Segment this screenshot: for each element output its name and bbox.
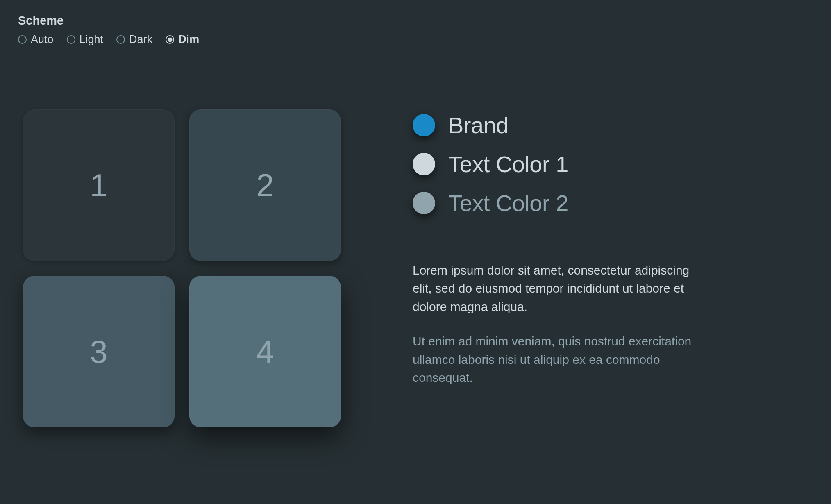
radio-icon [18, 35, 27, 44]
content-area: 1 2 3 4 Brand Text Color 1 Text Color 2 … [18, 109, 813, 427]
swatch-brand: Brand [413, 112, 813, 138]
scheme-radio-group: Auto Light Dark Dim [18, 33, 813, 46]
swatch-text-color-1: Text Color 1 [413, 151, 813, 177]
radio-label: Light [79, 33, 104, 46]
swatch-text-color-2: Text Color 2 [413, 190, 813, 216]
swatch-dot-icon [413, 153, 435, 175]
paragraph-1: Lorem ipsum dolor sit amet, consectetur … [413, 261, 708, 316]
scheme-radio-dim[interactable]: Dim [166, 33, 199, 46]
right-column: Brand Text Color 1 Text Color 2 Lorem ip… [413, 109, 813, 387]
elevation-card-2: 2 [189, 109, 341, 261]
radio-icon [116, 35, 125, 44]
elevation-card-4: 4 [189, 276, 341, 427]
paragraph-2: Ut enim ad minim veniam, quis nostrud ex… [413, 332, 708, 387]
scheme-radio-light[interactable]: Light [67, 33, 104, 46]
radio-icon [67, 35, 75, 44]
radio-label: Dark [129, 33, 152, 46]
radio-icon [166, 35, 174, 44]
swatch-label: Text Color 2 [448, 190, 568, 216]
elevation-grid: 1 2 3 4 [23, 109, 341, 427]
scheme-radio-dark[interactable]: Dark [116, 33, 152, 46]
swatch-label: Text Color 1 [448, 151, 568, 177]
radio-label: Dim [178, 33, 199, 46]
scheme-radio-auto[interactable]: Auto [18, 33, 54, 46]
scheme-heading: Scheme [18, 14, 813, 27]
radio-label: Auto [31, 33, 54, 46]
elevation-card-3: 3 [23, 276, 175, 427]
swatch-dot-icon [413, 192, 435, 214]
swatch-label: Brand [448, 112, 509, 138]
elevation-card-1: 1 [23, 109, 175, 261]
swatch-list: Brand Text Color 1 Text Color 2 [413, 112, 813, 216]
paragraphs: Lorem ipsum dolor sit amet, consectetur … [413, 261, 708, 387]
swatch-dot-icon [413, 114, 435, 136]
